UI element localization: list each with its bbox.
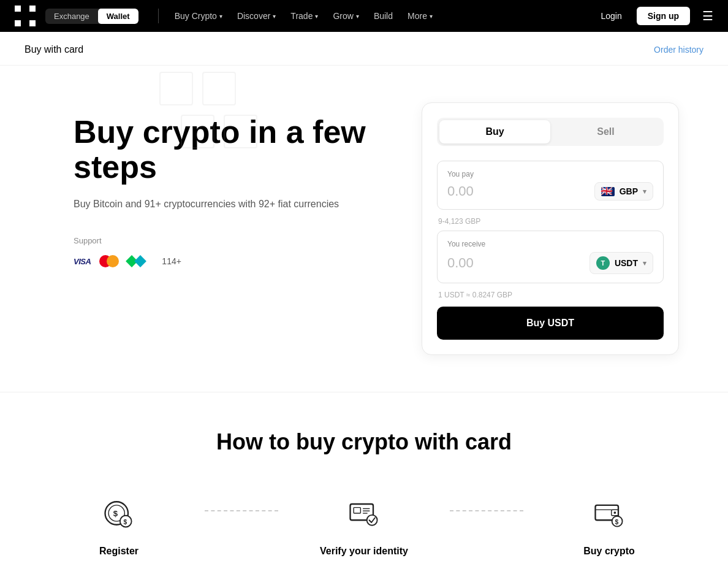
chevron-down-icon: ▾ [643,188,646,196]
step-buy-crypto-label: Buy crypto [583,545,635,558]
nav-link-discover[interactable]: Discover ▾ [231,7,282,25]
payment-icons: VISA 114+ [74,253,392,270]
nav-tab-wallet[interactable]: Wallet [98,9,138,24]
logo-sq-7 [15,20,21,26]
payment-plus-label: 114+ [162,256,181,266]
buy-usdt-button[interactable]: Buy USDT [437,307,664,340]
you-receive-group: You receive 0.00 T USDT ▾ [437,231,664,283]
hero-subtext: Buy Bitcoin and 91+ cryptocurrencies wit… [74,197,392,212]
chevron-down-icon: ▾ [273,13,276,20]
buy-crypto-icon: $ [588,492,631,535]
usdt-label: USDT [615,258,638,268]
logo-squares [15,6,36,26]
nav-link-more[interactable]: More ▾ [401,7,439,25]
support-label: Support [74,236,392,245]
how-to-section: How to buy crypto with card $ $ Register [0,392,728,577]
svg-text:$: $ [615,519,618,525]
chevron-down-icon: ▾ [219,13,222,20]
svg-text:$: $ [124,519,127,525]
range-hint: 9-4,123 GBP [437,217,664,226]
hamburger-icon[interactable]: ☰ [702,9,713,23]
logo-sq-6 [29,13,36,19]
order-history-link[interactable]: Order history [654,45,703,55]
gbp-flag-icon [601,187,615,196]
nav-tab-group: Exchange Wallet [45,9,138,24]
tab-buy[interactable]: Buy [439,120,550,143]
logo-sq-9 [29,20,36,26]
step-verify: Verify your identity [303,492,425,558]
signup-button[interactable]: Sign up [637,7,690,25]
gbp-label: GBP [620,186,638,196]
logo-sq-1 [15,6,21,12]
visa-icon: VISA [74,257,91,266]
buy-sell-widget: Buy Sell You pay 0.00 GBP ▾ 9-4,123 GBP … [422,102,679,355]
gbp-currency-selector[interactable]: GBP ▾ [594,182,653,201]
register-icon: $ $ [97,492,140,535]
verify-icon [343,492,385,535]
chevron-down-icon: ▾ [643,259,646,267]
card-tabs: Buy Sell [437,118,664,146]
logo-sq-5 [22,13,28,19]
hero-section: Buy crypto in a few steps Buy Bitcoin an… [0,66,728,392]
you-receive-label: You receive [447,240,653,248]
subheader: Buy with card Order history [0,32,728,66]
svg-point-13 [614,511,616,514]
chevron-down-icon: ▾ [356,13,359,20]
logo[interactable] [15,6,36,26]
nav-link-buy-crypto[interactable]: Buy Crypto ▾ [169,7,229,25]
deco-sq-1 [159,72,193,105]
nav-link-grow[interactable]: Grow ▾ [327,7,365,25]
step-connector-1 [180,492,303,536]
nav-links: Buy Crypto ▾ Discover ▾ Trade ▾ Grow ▾ B… [169,7,589,25]
rate-hint: 1 USDT ≈ 0.8247 GBP [437,291,664,299]
you-receive-value[interactable]: 0.00 [447,255,474,271]
usdt-currency-selector[interactable]: T USDT ▾ [590,252,653,274]
steps-row: $ $ Register [58,492,670,558]
usdt-icon: T [596,256,610,270]
paysafe-icon [127,253,145,270]
navbar: Exchange Wallet Buy Crypto ▾ Discover ▾ … [0,0,728,32]
how-to-title: How to buy crypto with card [25,429,703,455]
mastercard-icon [99,255,119,267]
step-register-label: Register [99,545,138,558]
step-buy-crypto: $ Buy crypto [548,492,670,558]
tab-sell[interactable]: Sell [550,120,661,143]
nav-link-build[interactable]: Build [368,7,399,25]
you-receive-row: 0.00 T USDT ▾ [447,252,653,274]
nav-tab-exchange[interactable]: Exchange [45,9,98,24]
logo-sq-8 [22,20,28,26]
svg-text:$: $ [113,509,118,518]
you-pay-row: 0.00 GBP ▾ [447,182,653,201]
step-register: $ $ Register [58,492,180,558]
logo-sq-2 [22,6,28,12]
deco-sq-2 [202,72,236,105]
nav-right: Login Sign up ☰ [593,7,713,25]
step-verify-label: Verify your identity [320,545,408,558]
logo-sq-4 [15,13,21,19]
you-pay-group: You pay 0.00 GBP ▾ [437,161,664,210]
you-pay-label: You pay [447,170,653,178]
you-pay-value[interactable]: 0.00 [447,183,474,199]
nav-link-trade[interactable]: Trade ▾ [284,7,324,25]
svg-point-10 [367,515,377,525]
page-title: Buy with card [25,44,83,55]
hero-heading: Buy crypto in a few steps [74,115,392,185]
svg-rect-6 [354,508,360,513]
nav-divider [158,9,159,23]
login-button[interactable]: Login [593,7,629,25]
chevron-down-icon: ▾ [430,13,433,20]
step-connector-2 [425,492,548,536]
hero-left: Buy crypto in a few steps Buy Bitcoin an… [74,102,392,270]
logo-sq-3 [29,6,36,12]
chevron-down-icon: ▾ [315,13,318,20]
